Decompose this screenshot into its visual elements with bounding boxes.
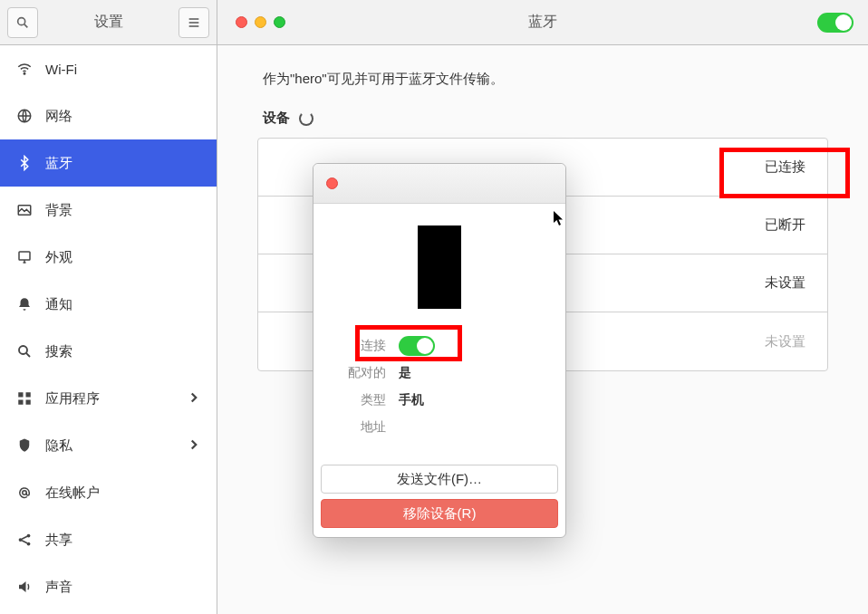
device-status: 未设置 xyxy=(765,274,805,292)
scan-spinner-icon xyxy=(299,111,313,126)
background-icon xyxy=(16,202,33,218)
menu-icon xyxy=(187,15,201,30)
device-status: 已连接 xyxy=(765,158,805,176)
sidebar-item-label: 应用程序 xyxy=(45,390,100,408)
device-status: 已断开 xyxy=(765,216,805,234)
network-icon xyxy=(16,108,33,124)
svg-rect-8 xyxy=(19,252,30,260)
paired-value: 是 xyxy=(399,365,411,381)
svg-point-5 xyxy=(24,73,25,75)
type-row: 类型 手机 xyxy=(335,387,544,414)
svg-line-1 xyxy=(24,24,28,27)
sidebar-item-background[interactable]: 背景 xyxy=(0,187,217,234)
sidebar-item-label: 隐私 xyxy=(45,437,72,455)
svg-point-9 xyxy=(19,346,27,354)
sidebar-item-label: 声音 xyxy=(45,579,72,596)
paired-row: 配对的 是 xyxy=(335,360,544,387)
device-status: 未设置 xyxy=(765,333,805,350)
sidebar-header: 设置 xyxy=(0,0,217,44)
search-icon xyxy=(16,343,33,360)
sidebar-item-privacy[interactable]: 隐私 xyxy=(0,422,217,469)
share-icon xyxy=(16,532,33,548)
content-header: 蓝牙 xyxy=(217,0,868,44)
visibility-text: 作为"hero"可见并可用于蓝牙文件传输。 xyxy=(263,71,828,88)
send-file-button[interactable]: 发送文件(F)… xyxy=(321,465,558,494)
svg-point-0 xyxy=(18,17,25,24)
minimize-window-button[interactable] xyxy=(255,16,266,28)
search-icon xyxy=(15,15,30,30)
search-button[interactable] xyxy=(7,7,38,38)
sidebar-item-sound[interactable]: 声音 xyxy=(0,563,217,610)
sidebar-item-network[interactable]: 网络 xyxy=(0,92,217,139)
svg-rect-14 xyxy=(26,400,31,405)
sidebar-item-share[interactable]: 共享 xyxy=(0,516,217,563)
type-label: 类型 xyxy=(335,392,386,408)
menu-button[interactable] xyxy=(178,7,209,38)
sidebar-item-wifi[interactable]: Wi-Fi xyxy=(0,45,217,92)
bell-icon xyxy=(16,296,33,312)
sidebar-title: 设置 xyxy=(45,13,171,32)
type-value: 手机 xyxy=(399,392,424,408)
sidebar-item-label: 蓝牙 xyxy=(45,155,72,172)
at-icon xyxy=(16,484,33,501)
sidebar-item-label: 背景 xyxy=(45,202,72,219)
connection-toggle[interactable] xyxy=(399,336,435,356)
chevron-right-icon xyxy=(186,389,202,408)
sound-icon xyxy=(16,579,33,595)
svg-line-10 xyxy=(26,353,30,357)
privacy-icon xyxy=(16,437,33,454)
maximize-window-button[interactable] xyxy=(274,16,285,28)
sidebar-item-online-accounts[interactable]: 在线帐户 xyxy=(0,469,217,516)
bluetooth-icon xyxy=(16,155,33,171)
page-title: 蓝牙 xyxy=(528,13,557,32)
connection-label: 连接 xyxy=(335,338,386,354)
apps-icon xyxy=(16,390,33,407)
sidebar-item-label: 外观 xyxy=(45,249,72,266)
appearance-icon xyxy=(16,249,33,265)
app-header: 设置 蓝牙 xyxy=(0,0,868,45)
sidebar-item-label: 通知 xyxy=(45,296,72,313)
sidebar-item-applications[interactable]: 应用程序 xyxy=(0,375,217,422)
sidebar-item-label: 在线帐户 xyxy=(45,484,100,502)
svg-rect-13 xyxy=(18,400,23,405)
remove-device-button[interactable]: 移除设备(R) xyxy=(321,499,558,528)
paired-label: 配对的 xyxy=(335,365,386,381)
dialog-footer: 发送文件(F)… 移除设备(R) xyxy=(313,454,565,537)
sidebar: Wi-Fi 网络 蓝牙 背景 外观 通知 搜索 应用程序 xyxy=(0,45,217,614)
sidebar-item-label: 搜索 xyxy=(45,343,72,360)
sidebar-item-label: 网络 xyxy=(45,108,72,125)
window-controls xyxy=(236,16,285,28)
device-detail-dialog: 连接 配对的 是 类型 手机 地址 发送文件(F)… 移除设备(R) xyxy=(313,163,566,538)
address-row: 地址 xyxy=(335,414,544,441)
sidebar-item-label: 共享 xyxy=(45,532,72,549)
svg-rect-11 xyxy=(18,392,23,397)
svg-rect-12 xyxy=(26,392,31,397)
sidebar-item-notifications[interactable]: 通知 xyxy=(0,281,217,328)
address-label: 地址 xyxy=(335,419,386,436)
dialog-titlebar[interactable] xyxy=(313,164,565,204)
wifi-icon xyxy=(16,61,33,77)
sidebar-item-appearance[interactable]: 外观 xyxy=(0,234,217,281)
dialog-close-button[interactable] xyxy=(326,177,338,189)
devices-heading: 设备 xyxy=(263,110,828,127)
chevron-right-icon xyxy=(186,437,202,456)
sidebar-item-bluetooth[interactable]: 蓝牙 xyxy=(0,139,217,187)
sidebar-item-label: Wi-Fi xyxy=(45,62,77,77)
bluetooth-master-toggle[interactable] xyxy=(817,13,854,33)
dialog-body: 连接 配对的 是 类型 手机 地址 xyxy=(313,204,565,454)
close-window-button[interactable] xyxy=(236,16,247,28)
sidebar-item-search[interactable]: 搜索 xyxy=(0,328,217,375)
device-image xyxy=(418,225,461,309)
devices-label-text: 设备 xyxy=(263,110,290,127)
connection-row: 连接 xyxy=(335,332,544,360)
